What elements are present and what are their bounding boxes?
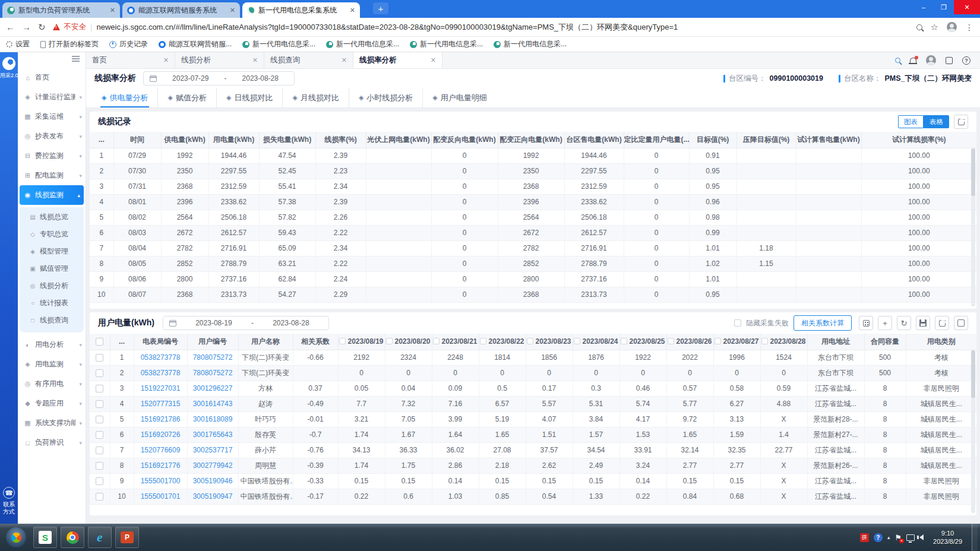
tab-close-icon[interactable]: ✕ bbox=[431, 56, 436, 64]
sidebar-item[interactable]: 负荷辨识 ▾ bbox=[18, 433, 86, 452]
sidebar-item[interactable]: 抄表发布 ▾ bbox=[18, 126, 86, 146]
taskbar-app-ppt[interactable]: P bbox=[115, 527, 139, 548]
analysis-subtab[interactable]: ◈ 月线损对比 bbox=[282, 88, 348, 107]
vertical-scrollbar[interactable] bbox=[971, 350, 975, 513]
refresh-button[interactable]: ↻ bbox=[897, 316, 911, 330]
chart-view-button[interactable]: 图表 bbox=[898, 115, 924, 128]
sidebar-item[interactable]: 配电监测 ▾ bbox=[18, 166, 86, 185]
export-button[interactable] bbox=[935, 316, 949, 330]
sidebar-subitem[interactable]: 模型管理 bbox=[20, 243, 84, 260]
taskbar-clock[interactable]: 9:10 2023/8/29 bbox=[928, 529, 967, 546]
reload-icon[interactable]: ↻ bbox=[38, 22, 46, 33]
sidebar-subitem[interactable]: 赋值管理 bbox=[20, 260, 84, 277]
workspace-tab[interactable]: 线损查询 ✕ bbox=[264, 52, 353, 68]
sidebar-item[interactable]: 首页 bbox=[18, 68, 86, 87]
browser-tab[interactable]: 能源互联网营销服务系统 ✕ bbox=[122, 2, 240, 18]
cell-link[interactable]: 1555001700 bbox=[134, 473, 187, 489]
workspace-tab[interactable]: 线损分析 ✕ bbox=[175, 52, 264, 68]
bookmark-item[interactable]: 新一代用电信息采... bbox=[326, 39, 399, 49]
cell-link[interactable]: 3001765643 bbox=[187, 427, 238, 442]
analysis-subtab[interactable]: ◈ 赋值分析 bbox=[157, 88, 216, 107]
search-icon[interactable] bbox=[895, 58, 900, 63]
save-button[interactable] bbox=[916, 316, 930, 330]
workspace-tab[interactable]: 线损率分析 ✕ bbox=[353, 52, 442, 68]
cell-link[interactable]: 1520777315 bbox=[134, 396, 187, 411]
vertical-scrollbar[interactable] bbox=[971, 148, 975, 306]
export-button[interactable] bbox=[954, 115, 968, 129]
bookmark-item[interactable]: 新一代用电信息采... bbox=[410, 39, 483, 49]
bookmark-item[interactable]: 设置 bbox=[6, 39, 30, 49]
address-bar[interactable]: 不安全 | neweic.js.sgcc.com.cn/#/llm/line/L… bbox=[53, 22, 909, 33]
tab-close-icon[interactable]: ✕ bbox=[350, 7, 355, 14]
bookmark-item[interactable]: 历史记录 bbox=[109, 39, 148, 49]
sidebar-subitem[interactable]: 线损查询 bbox=[20, 312, 84, 329]
taskbar-app-ie[interactable]: e bbox=[88, 527, 112, 548]
sidebar-item[interactable]: 用电分析 ▾ bbox=[18, 335, 86, 354]
phone-icon[interactable]: ☎ bbox=[3, 487, 15, 499]
tab-close-icon[interactable]: ✕ bbox=[110, 7, 115, 14]
add-button[interactable]: + bbox=[878, 316, 892, 330]
user-avatar[interactable] bbox=[926, 55, 936, 65]
correlation-calc-button[interactable]: 相关系数计算 bbox=[794, 315, 852, 331]
user-date-range-picker[interactable]: 2023-08-19 - 2023-08-28 bbox=[163, 316, 329, 330]
cell-link[interactable]: 1555001701 bbox=[134, 489, 187, 504]
scrollbar-thumb[interactable] bbox=[971, 350, 975, 398]
sidebar-subitem[interactable]: 专职总览 bbox=[20, 226, 84, 243]
search-zoom-icon[interactable] bbox=[916, 24, 922, 30]
bookmark-item[interactable]: 能源互联网营销服... bbox=[159, 39, 232, 49]
action-center-flag-icon[interactable]: ⚑ bbox=[894, 533, 902, 542]
cell-link[interactable]: 3001296227 bbox=[187, 381, 238, 396]
sidebar-item[interactable]: 计量运行监测 ▾ bbox=[18, 87, 86, 107]
cell-link[interactable]: 1516921776 bbox=[134, 458, 187, 473]
sidebar-subitem[interactable]: 线损分析 bbox=[20, 277, 84, 294]
cell-link[interactable]: 7808075272 bbox=[187, 350, 238, 365]
sidebar-item[interactable]: 费控监测 ▾ bbox=[18, 146, 86, 166]
tray-expand-icon[interactable]: ▴ bbox=[887, 534, 890, 540]
cell-link[interactable]: 3001618089 bbox=[187, 411, 238, 427]
volume-icon[interactable] bbox=[919, 534, 924, 540]
browser-tab[interactable]: 新型电力负荷管理系统 ✕ bbox=[2, 2, 120, 18]
tab-close-icon[interactable]: ✕ bbox=[252, 56, 258, 64]
bookmark-item[interactable]: 新一代用电信息采... bbox=[242, 39, 315, 49]
analysis-subtab[interactable]: ◈ 供电量分析 bbox=[92, 88, 157, 107]
cell-link[interactable]: 1516921786 bbox=[134, 411, 187, 427]
tab-close-icon[interactable]: ✕ bbox=[230, 7, 235, 14]
start-button[interactable] bbox=[6, 527, 26, 547]
ime-tray-icon[interactable]: 拼 bbox=[860, 533, 869, 542]
profile-avatar[interactable] bbox=[947, 22, 957, 32]
bookmark-star-icon[interactable]: ☆ bbox=[931, 22, 938, 33]
cell-link[interactable]: 1516920726 bbox=[134, 427, 187, 442]
browser-menu-icon[interactable]: ⋮ bbox=[965, 23, 974, 32]
table-view-button[interactable]: 表格 bbox=[924, 115, 949, 128]
cell-link[interactable]: 3005190947 bbox=[187, 489, 238, 504]
tab-close-icon[interactable]: ✕ bbox=[342, 56, 347, 64]
cell-link[interactable]: 1519227031 bbox=[134, 381, 187, 396]
cell-link[interactable]: 3005190946 bbox=[187, 473, 238, 489]
taskbar-app-chrome[interactable] bbox=[61, 527, 84, 548]
cell-link[interactable]: 3001614743 bbox=[187, 396, 238, 411]
analysis-subtab[interactable]: ◈ 日线损对比 bbox=[216, 88, 282, 107]
bookmark-item[interactable]: 新一代用电信息采... bbox=[494, 39, 567, 49]
cell-link[interactable]: 3002779942 bbox=[187, 458, 238, 473]
tab-close-icon[interactable]: ✕ bbox=[163, 56, 169, 64]
fullscreen-icon[interactable] bbox=[946, 57, 953, 64]
workspace-tab[interactable]: 首页 ✕ bbox=[86, 52, 175, 68]
sidebar-subitem[interactable]: 统计报表 bbox=[20, 294, 84, 312]
sidebar-item[interactable]: 采集运维 ▾ bbox=[18, 107, 86, 126]
maximize-button[interactable]: ❐ bbox=[934, 0, 954, 14]
sidebar-item[interactable]: 线损监测 ▴ bbox=[20, 185, 84, 205]
browser-tab[interactable]: 新一代用电信息采集系统 ✕ bbox=[242, 2, 360, 18]
new-tab-button[interactable]: + bbox=[373, 2, 388, 14]
help-tray-icon[interactable]: ? bbox=[874, 533, 883, 542]
minimize-button[interactable]: – bbox=[913, 0, 934, 14]
show-desktop-button[interactable] bbox=[972, 524, 978, 551]
cell-link[interactable]: 1520776609 bbox=[134, 442, 187, 458]
column-settings-button[interactable] bbox=[859, 316, 873, 330]
sidebar-item[interactable]: 有序用电 ▾ bbox=[18, 374, 86, 394]
analysis-subtab[interactable]: ◈ 小时线损分析 bbox=[349, 88, 422, 107]
taskbar-app-wps[interactable]: S bbox=[33, 527, 57, 548]
analysis-subtab[interactable]: ◈ 用户电量明细 bbox=[422, 88, 496, 107]
hide-failed-checkbox[interactable] bbox=[734, 319, 741, 327]
sidebar-item[interactable]: 系统支撑功能 ▾ bbox=[18, 413, 86, 433]
network-icon[interactable] bbox=[906, 534, 915, 541]
